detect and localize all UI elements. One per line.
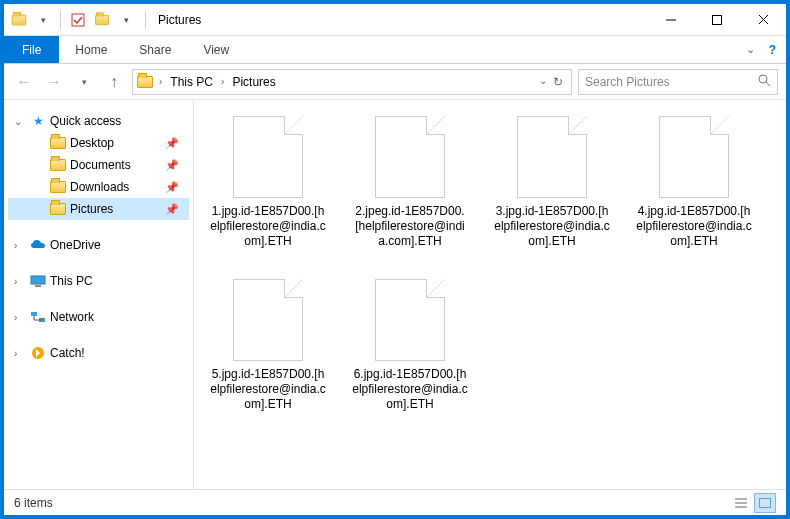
onedrive-icon <box>30 237 46 253</box>
expand-icon[interactable]: › <box>14 348 26 359</box>
chevron-right-icon[interactable]: › <box>157 76 164 87</box>
file-tab[interactable]: File <box>4 36 59 63</box>
window-controls <box>648 5 786 35</box>
search-input[interactable]: Search Pictures <box>578 69 778 95</box>
tab-view[interactable]: View <box>187 36 245 63</box>
svg-point-5 <box>759 75 767 83</box>
recent-locations-icon[interactable]: ▾ <box>72 70 96 94</box>
folder-icon <box>50 157 66 173</box>
up-button[interactable]: ↑ <box>102 70 126 94</box>
star-icon: ★ <box>30 113 46 129</box>
file-name: 6.jpg.id-1E857D00.[helpfilerestore@india… <box>352 367 468 412</box>
refresh-icon[interactable]: ↻ <box>553 75 563 89</box>
file-item[interactable]: 5.jpg.id-1E857D00.[helpfilerestore@india… <box>210 279 326 412</box>
file-thumbnail <box>659 116 729 198</box>
folder-icon <box>50 135 66 151</box>
close-button[interactable] <box>740 5 786 35</box>
tree-label: This PC <box>50 274 93 288</box>
chevron-right-icon[interactable]: › <box>219 76 226 87</box>
file-name: 5.jpg.id-1E857D00.[helpfilerestore@india… <box>210 367 326 412</box>
svg-rect-19 <box>760 499 770 507</box>
maximize-button[interactable] <box>694 5 740 35</box>
qat-customize-icon[interactable]: ▾ <box>115 9 137 31</box>
tab-share[interactable]: Share <box>123 36 187 63</box>
address-dropdown-icon[interactable]: ⌄ <box>539 75 547 89</box>
minimize-button[interactable] <box>648 5 694 35</box>
pin-icon: 📌 <box>165 137 189 150</box>
forward-button[interactable]: → <box>42 70 66 94</box>
thispc-icon <box>30 273 46 289</box>
file-name: 4.jpg.id-1E857D00.[helpfilerestore@india… <box>636 204 752 249</box>
sidebar-item-onedrive[interactable]: ›OneDrive <box>8 234 189 256</box>
help-icon[interactable]: ? <box>769 43 776 57</box>
navigation-bar: ← → ▾ ↑ › This PC › Pictures ⌄ ↻ Search … <box>4 64 786 100</box>
sidebar-item-catch[interactable]: ›Catch! <box>8 342 189 364</box>
file-item[interactable]: 1.jpg.id-1E857D00.[helpfilerestore@india… <box>210 116 326 249</box>
file-list[interactable]: 1.jpg.id-1E857D00.[helpfilerestore@india… <box>194 100 786 489</box>
file-item[interactable]: 4.jpg.id-1E857D00.[helpfilerestore@india… <box>636 116 752 249</box>
window-title: Pictures <box>150 13 201 27</box>
new-folder-icon[interactable] <box>91 9 113 31</box>
folder-icon <box>50 179 66 195</box>
search-icon[interactable] <box>758 74 771 90</box>
sidebar-item-network[interactable]: ›Network <box>8 306 189 328</box>
svg-rect-0 <box>72 14 84 26</box>
pin-icon: 📌 <box>165 203 189 216</box>
sidebar-item-documents[interactable]: Documents📌 <box>8 154 189 176</box>
breadcrumb-this-pc[interactable]: This PC <box>168 75 215 89</box>
tree-label: Network <box>50 310 94 324</box>
file-thumbnail <box>375 116 445 198</box>
tree-quick-access[interactable]: ⌄ ★ Quick access <box>8 110 189 132</box>
svg-rect-8 <box>35 285 41 287</box>
sidebar-item-downloads[interactable]: Downloads📌 <box>8 176 189 198</box>
file-name: 1.jpg.id-1E857D00.[helpfilerestore@india… <box>210 204 326 249</box>
folder-icon <box>50 201 66 217</box>
svg-rect-9 <box>31 312 37 316</box>
collapse-icon[interactable]: ⌄ <box>14 116 26 127</box>
file-item[interactable]: 2.jpeg.id-1E857D00.[helpfilerestore@indi… <box>352 116 468 249</box>
sidebar-item-desktop[interactable]: Desktop📌 <box>8 132 189 154</box>
file-thumbnail <box>233 279 303 361</box>
file-thumbnail <box>517 116 587 198</box>
thumbnails-view-button[interactable] <box>754 493 776 513</box>
navigation-pane: ⌄ ★ Quick access Desktop📌Documents📌Downl… <box>4 100 194 489</box>
title-bar: ▾ ▾ Pictures <box>4 4 786 36</box>
qat-dropdown-icon[interactable]: ▾ <box>32 9 54 31</box>
file-thumbnail <box>375 279 445 361</box>
svg-line-6 <box>766 82 770 86</box>
address-bar[interactable]: › This PC › Pictures ⌄ ↻ <box>132 69 572 95</box>
back-button[interactable]: ← <box>12 70 36 94</box>
network-icon <box>30 309 46 325</box>
status-bar: 6 items <box>4 489 786 515</box>
tab-home[interactable]: Home <box>59 36 123 63</box>
tree-label: Catch! <box>50 346 85 360</box>
file-item[interactable]: 3.jpg.id-1E857D00.[helpfilerestore@india… <box>494 116 610 249</box>
tree-label: Documents <box>70 158 131 172</box>
file-thumbnail <box>233 116 303 198</box>
sidebar-item-pictures[interactable]: Pictures📌 <box>8 198 189 220</box>
sidebar-item-thispc[interactable]: ›This PC <box>8 270 189 292</box>
expand-icon[interactable]: › <box>14 240 26 251</box>
svg-rect-2 <box>713 15 722 24</box>
explorer-icon <box>8 9 30 31</box>
status-text: 6 items <box>14 496 53 510</box>
quick-access-toolbar: ▾ ▾ <box>4 9 141 31</box>
svg-rect-7 <box>31 276 45 284</box>
expand-icon[interactable]: › <box>14 276 26 287</box>
ribbon-expand-icon[interactable]: ⌄ <box>746 43 755 56</box>
properties-icon[interactable] <box>67 9 89 31</box>
details-view-button[interactable] <box>730 493 752 513</box>
tree-label: Desktop <box>70 136 114 150</box>
file-item[interactable]: 6.jpg.id-1E857D00.[helpfilerestore@india… <box>352 279 468 412</box>
search-placeholder: Search Pictures <box>585 75 670 89</box>
tree-label: Downloads <box>70 180 129 194</box>
tree-label: Quick access <box>50 114 121 128</box>
ribbon: File Home Share View ⌄ ? <box>4 36 786 64</box>
file-name: 3.jpg.id-1E857D00.[helpfilerestore@india… <box>494 204 610 249</box>
breadcrumb-pictures[interactable]: Pictures <box>230 75 277 89</box>
expand-icon[interactable]: › <box>14 312 26 323</box>
tree-label: OneDrive <box>50 238 101 252</box>
pin-icon: 📌 <box>165 181 189 194</box>
tree-label: Pictures <box>70 202 113 216</box>
explorer-body: ⌄ ★ Quick access Desktop📌Documents📌Downl… <box>4 100 786 489</box>
